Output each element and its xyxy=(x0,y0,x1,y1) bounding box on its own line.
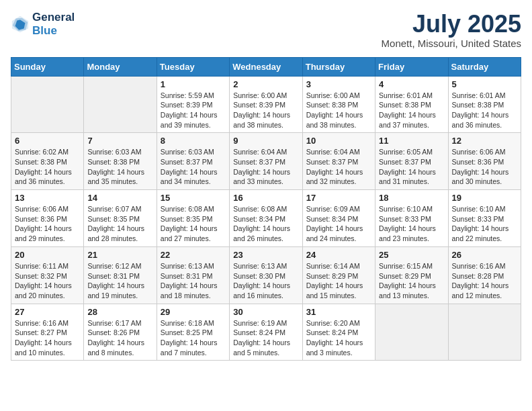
day-number: 7 xyxy=(87,136,152,146)
calendar-day-cell: 16Sunrise: 6:08 AMSunset: 8:34 PMDayligh… xyxy=(230,190,302,247)
calendar-day-cell: 3Sunrise: 6:00 AMSunset: 8:38 PMDaylight… xyxy=(302,76,375,133)
day-info: Sunrise: 6:16 AMSunset: 8:27 PMDaylight:… xyxy=(15,318,80,358)
calendar-weekday-header: Thursday xyxy=(302,57,375,76)
day-info: Sunrise: 6:13 AMSunset: 8:30 PMDaylight:… xyxy=(233,261,298,301)
subtitle: Monett, Missouri, United States xyxy=(382,38,521,49)
day-number: 27 xyxy=(15,307,80,317)
day-info: Sunrise: 6:04 AMSunset: 8:37 PMDaylight:… xyxy=(306,147,371,187)
calendar-day-cell: 18Sunrise: 6:10 AMSunset: 8:33 PMDayligh… xyxy=(375,190,448,247)
calendar-day-cell: 5Sunrise: 6:01 AMSunset: 8:38 PMDaylight… xyxy=(448,76,521,133)
day-info: Sunrise: 6:10 AMSunset: 8:33 PMDaylight:… xyxy=(452,204,517,244)
day-number: 5 xyxy=(452,79,517,89)
day-number: 16 xyxy=(233,193,298,203)
calendar-day-cell: 22Sunrise: 6:13 AMSunset: 8:31 PMDayligh… xyxy=(157,246,229,304)
calendar-table: SundayMondayTuesdayWednesdayThursdayFrid… xyxy=(11,57,521,361)
calendar-week-row: 27Sunrise: 6:16 AMSunset: 8:27 PMDayligh… xyxy=(11,304,521,361)
day-number: 2 xyxy=(233,79,298,89)
calendar-day-cell: 29Sunrise: 6:18 AMSunset: 8:25 PMDayligh… xyxy=(157,304,229,361)
day-info: Sunrise: 6:08 AMSunset: 8:35 PMDaylight:… xyxy=(161,204,226,244)
calendar-day-cell: 4Sunrise: 6:01 AMSunset: 8:38 PMDaylight… xyxy=(375,76,448,133)
day-number: 9 xyxy=(233,136,298,146)
day-info: Sunrise: 6:00 AMSunset: 8:38 PMDaylight:… xyxy=(306,91,371,130)
calendar-header-row: SundayMondayTuesdayWednesdayThursdayFrid… xyxy=(11,57,521,76)
day-info: Sunrise: 6:11 AMSunset: 8:32 PMDaylight:… xyxy=(15,261,80,301)
calendar-day-cell: 19Sunrise: 6:10 AMSunset: 8:33 PMDayligh… xyxy=(448,190,521,247)
day-info: Sunrise: 6:19 AMSunset: 8:24 PMDaylight:… xyxy=(233,318,298,358)
day-number: 23 xyxy=(233,250,298,260)
calendar-weekday-header: Saturday xyxy=(448,57,521,76)
day-info: Sunrise: 6:03 AMSunset: 8:37 PMDaylight:… xyxy=(161,147,226,187)
calendar-day-cell: 11Sunrise: 6:05 AMSunset: 8:37 PMDayligh… xyxy=(375,133,448,190)
day-number: 4 xyxy=(379,79,444,89)
calendar-day-cell: 30Sunrise: 6:19 AMSunset: 8:24 PMDayligh… xyxy=(230,304,302,361)
day-number: 26 xyxy=(452,250,517,260)
day-number: 10 xyxy=(306,136,371,146)
main-title: July 2025 xyxy=(382,11,521,38)
calendar-day-cell: 21Sunrise: 6:12 AMSunset: 8:31 PMDayligh… xyxy=(84,246,157,304)
calendar-day-cell: 13Sunrise: 6:06 AMSunset: 8:36 PMDayligh… xyxy=(11,190,84,247)
day-number: 22 xyxy=(161,250,226,260)
day-number: 17 xyxy=(306,193,371,203)
day-number: 18 xyxy=(379,193,444,203)
calendar-day-cell: 25Sunrise: 6:15 AMSunset: 8:29 PMDayligh… xyxy=(375,246,448,304)
calendar-day-cell: 28Sunrise: 6:17 AMSunset: 8:26 PMDayligh… xyxy=(84,304,157,361)
calendar-day-cell xyxy=(375,304,448,361)
day-number: 8 xyxy=(161,136,226,146)
day-info: Sunrise: 6:12 AMSunset: 8:31 PMDaylight:… xyxy=(87,261,152,301)
day-info: Sunrise: 6:01 AMSunset: 8:38 PMDaylight:… xyxy=(452,91,517,130)
day-number: 3 xyxy=(306,79,371,89)
day-number: 25 xyxy=(379,250,444,260)
logo: General Blue xyxy=(11,11,75,37)
calendar-day-cell: 9Sunrise: 6:04 AMSunset: 8:37 PMDaylight… xyxy=(230,133,302,190)
day-number: 13 xyxy=(15,193,80,203)
day-info: Sunrise: 6:03 AMSunset: 8:38 PMDaylight:… xyxy=(87,147,152,187)
calendar-weekday-header: Sunday xyxy=(11,57,84,76)
calendar-day-cell: 27Sunrise: 6:16 AMSunset: 8:27 PMDayligh… xyxy=(11,304,84,361)
calendar-day-cell: 1Sunrise: 5:59 AMSunset: 8:39 PMDaylight… xyxy=(157,76,229,133)
day-number: 20 xyxy=(15,250,80,260)
calendar-day-cell: 6Sunrise: 6:02 AMSunset: 8:38 PMDaylight… xyxy=(11,133,84,190)
day-info: Sunrise: 6:02 AMSunset: 8:38 PMDaylight:… xyxy=(15,147,80,187)
day-info: Sunrise: 6:10 AMSunset: 8:33 PMDaylight:… xyxy=(379,204,444,244)
logo-text: General Blue xyxy=(32,11,75,37)
day-info: Sunrise: 6:04 AMSunset: 8:37 PMDaylight:… xyxy=(233,147,298,187)
day-number: 21 xyxy=(87,250,152,260)
day-number: 31 xyxy=(306,307,371,317)
calendar-day-cell: 10Sunrise: 6:04 AMSunset: 8:37 PMDayligh… xyxy=(302,133,375,190)
day-number: 12 xyxy=(452,136,517,146)
day-number: 6 xyxy=(15,136,80,146)
calendar-week-row: 20Sunrise: 6:11 AMSunset: 8:32 PMDayligh… xyxy=(11,246,521,304)
calendar-day-cell: 31Sunrise: 6:20 AMSunset: 8:24 PMDayligh… xyxy=(302,304,375,361)
calendar-day-cell: 20Sunrise: 6:11 AMSunset: 8:32 PMDayligh… xyxy=(11,246,84,304)
day-info: Sunrise: 6:15 AMSunset: 8:29 PMDaylight:… xyxy=(379,261,444,301)
day-info: Sunrise: 6:07 AMSunset: 8:35 PMDaylight:… xyxy=(87,204,152,244)
day-info: Sunrise: 6:14 AMSunset: 8:29 PMDaylight:… xyxy=(306,261,371,301)
day-info: Sunrise: 6:17 AMSunset: 8:26 PMDaylight:… xyxy=(87,318,152,358)
title-block: July 2025 Monett, Missouri, United State… xyxy=(382,11,521,49)
day-number: 15 xyxy=(161,193,226,203)
day-info: Sunrise: 5:59 AMSunset: 8:39 PMDaylight:… xyxy=(161,91,226,130)
calendar-day-cell: 12Sunrise: 6:06 AMSunset: 8:36 PMDayligh… xyxy=(448,133,521,190)
calendar-day-cell xyxy=(11,76,84,133)
day-info: Sunrise: 6:20 AMSunset: 8:24 PMDaylight:… xyxy=(306,318,371,358)
day-info: Sunrise: 6:08 AMSunset: 8:34 PMDaylight:… xyxy=(233,204,298,244)
calendar-weekday-header: Monday xyxy=(84,57,157,76)
day-info: Sunrise: 6:16 AMSunset: 8:28 PMDaylight:… xyxy=(452,261,517,301)
calendar-day-cell xyxy=(448,304,521,361)
calendar-day-cell: 8Sunrise: 6:03 AMSunset: 8:37 PMDaylight… xyxy=(157,133,229,190)
day-info: Sunrise: 6:06 AMSunset: 8:36 PMDaylight:… xyxy=(452,147,517,187)
calendar-week-row: 6Sunrise: 6:02 AMSunset: 8:38 PMDaylight… xyxy=(11,133,521,190)
page-header: General Blue July 2025 Monett, Missouri,… xyxy=(11,11,521,49)
calendar-day-cell: 26Sunrise: 6:16 AMSunset: 8:28 PMDayligh… xyxy=(448,246,521,304)
day-number: 11 xyxy=(379,136,444,146)
calendar-day-cell xyxy=(84,76,157,133)
day-number: 19 xyxy=(452,193,517,203)
day-number: 29 xyxy=(161,307,226,317)
calendar-day-cell: 23Sunrise: 6:13 AMSunset: 8:30 PMDayligh… xyxy=(230,246,302,304)
day-info: Sunrise: 6:18 AMSunset: 8:25 PMDaylight:… xyxy=(161,318,226,358)
day-info: Sunrise: 6:09 AMSunset: 8:34 PMDaylight:… xyxy=(306,204,371,244)
day-number: 30 xyxy=(233,307,298,317)
calendar-day-cell: 14Sunrise: 6:07 AMSunset: 8:35 PMDayligh… xyxy=(84,190,157,247)
calendar-day-cell: 15Sunrise: 6:08 AMSunset: 8:35 PMDayligh… xyxy=(157,190,229,247)
day-info: Sunrise: 6:01 AMSunset: 8:38 PMDaylight:… xyxy=(379,91,444,130)
